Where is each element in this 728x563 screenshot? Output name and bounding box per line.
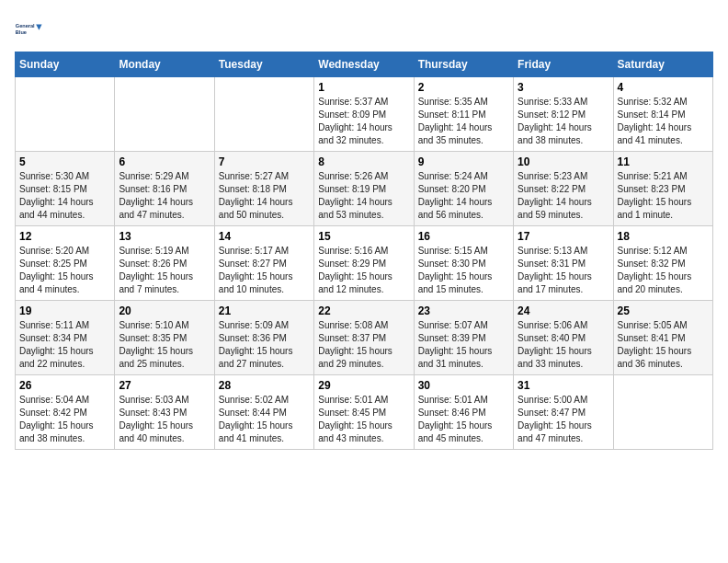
- day-number: 7: [219, 155, 310, 168]
- day-info: Sunrise: 5:10 AMSunset: 8:35 PMDaylight:…: [119, 319, 210, 371]
- calendar-cell: 13Sunrise: 5:19 AMSunset: 8:26 PMDayligh…: [115, 226, 214, 301]
- day-info: Sunrise: 5:00 AMSunset: 8:47 PMDaylight:…: [518, 394, 609, 445]
- day-info: Sunrise: 5:24 AMSunset: 8:20 PMDaylight:…: [418, 170, 509, 222]
- day-info: Sunrise: 5:21 AMSunset: 8:23 PMDaylight:…: [618, 170, 709, 222]
- day-number: 27: [119, 379, 210, 392]
- calendar-cell: 24Sunrise: 5:06 AMSunset: 8:40 PMDayligh…: [514, 301, 613, 375]
- day-number: 2: [418, 81, 509, 94]
- calendar-cell: 23Sunrise: 5:07 AMSunset: 8:39 PMDayligh…: [414, 301, 513, 375]
- calendar-cell: 31Sunrise: 5:00 AMSunset: 8:47 PMDayligh…: [514, 375, 613, 450]
- calendar-week-row: 19Sunrise: 5:11 AMSunset: 8:34 PMDayligh…: [16, 301, 713, 375]
- day-info: Sunrise: 5:17 AMSunset: 8:27 PMDaylight:…: [219, 245, 310, 296]
- day-info: Sunrise: 5:09 AMSunset: 8:36 PMDaylight:…: [219, 319, 310, 371]
- day-info: Sunrise: 5:05 AMSunset: 8:41 PMDaylight:…: [618, 319, 709, 371]
- calendar-cell: 12Sunrise: 5:20 AMSunset: 8:25 PMDayligh…: [16, 226, 115, 301]
- day-info: Sunrise: 5:29 AMSunset: 8:16 PMDaylight:…: [119, 170, 210, 222]
- calendar-week-row: 12Sunrise: 5:20 AMSunset: 8:25 PMDayligh…: [16, 226, 713, 301]
- day-number: 4: [618, 81, 709, 94]
- day-number: 30: [418, 379, 509, 392]
- day-number: 31: [518, 379, 609, 392]
- calendar-cell: 16Sunrise: 5:15 AMSunset: 8:30 PMDayligh…: [414, 226, 513, 301]
- day-number: 5: [19, 155, 110, 168]
- day-number: 10: [518, 155, 609, 168]
- calendar-cell: 6Sunrise: 5:29 AMSunset: 8:16 PMDaylight…: [115, 152, 214, 226]
- day-number: 25: [618, 304, 709, 317]
- day-number: 26: [19, 379, 110, 392]
- day-info: Sunrise: 5:27 AMSunset: 8:18 PMDaylight:…: [219, 170, 310, 222]
- calendar-cell: 26Sunrise: 5:04 AMSunset: 8:42 PMDayligh…: [16, 375, 115, 450]
- day-number: 13: [119, 230, 210, 243]
- day-info: Sunrise: 5:02 AMSunset: 8:44 PMDaylight:…: [219, 394, 310, 445]
- day-number: 22: [318, 304, 409, 317]
- day-number: 24: [518, 304, 609, 317]
- day-info: Sunrise: 5:08 AMSunset: 8:37 PMDaylight:…: [318, 319, 409, 371]
- calendar-cell: 28Sunrise: 5:02 AMSunset: 8:44 PMDayligh…: [214, 375, 313, 450]
- calendar-cell: 27Sunrise: 5:03 AMSunset: 8:43 PMDayligh…: [115, 375, 214, 450]
- calendar-cell: 19Sunrise: 5:11 AMSunset: 8:34 PMDayligh…: [16, 301, 115, 375]
- day-number: 14: [219, 230, 310, 243]
- svg-text:General: General: [16, 23, 35, 29]
- weekday-header: Sunday: [16, 52, 115, 77]
- calendar-cell: 29Sunrise: 5:01 AMSunset: 8:45 PMDayligh…: [314, 375, 414, 450]
- day-number: 19: [19, 304, 110, 317]
- day-number: 1: [318, 81, 409, 94]
- day-info: Sunrise: 5:37 AMSunset: 8:09 PMDaylight:…: [318, 96, 409, 147]
- day-info: Sunrise: 5:07 AMSunset: 8:39 PMDaylight:…: [418, 319, 509, 371]
- weekday-header: Tuesday: [214, 52, 313, 77]
- day-number: 17: [518, 230, 609, 243]
- day-info: Sunrise: 5:15 AMSunset: 8:30 PMDaylight:…: [418, 245, 509, 296]
- calendar-cell: 18Sunrise: 5:12 AMSunset: 8:32 PMDayligh…: [613, 226, 712, 301]
- day-number: 3: [518, 81, 609, 94]
- day-number: 23: [418, 304, 509, 317]
- day-number: 21: [219, 304, 310, 317]
- weekday-header: Friday: [514, 52, 613, 77]
- day-number: 15: [318, 230, 409, 243]
- day-number: 16: [418, 230, 509, 243]
- calendar-cell: 4Sunrise: 5:32 AMSunset: 8:14 PMDaylight…: [613, 77, 712, 152]
- day-info: Sunrise: 5:32 AMSunset: 8:14 PMDaylight:…: [618, 96, 709, 147]
- calendar-cell: 5Sunrise: 5:30 AMSunset: 8:15 PMDaylight…: [16, 152, 115, 226]
- calendar-cell: 25Sunrise: 5:05 AMSunset: 8:41 PMDayligh…: [613, 301, 712, 375]
- day-info: Sunrise: 5:01 AMSunset: 8:45 PMDaylight:…: [318, 394, 409, 445]
- weekday-header-row: SundayMondayTuesdayWednesdayThursdayFrid…: [16, 52, 713, 77]
- day-number: 11: [618, 155, 709, 168]
- day-info: Sunrise: 5:33 AMSunset: 8:12 PMDaylight:…: [518, 96, 609, 147]
- day-info: Sunrise: 5:04 AMSunset: 8:42 PMDaylight:…: [19, 394, 110, 445]
- calendar-cell: 7Sunrise: 5:27 AMSunset: 8:18 PMDaylight…: [214, 152, 313, 226]
- calendar-cell: 15Sunrise: 5:16 AMSunset: 8:29 PMDayligh…: [314, 226, 414, 301]
- calendar-cell: 10Sunrise: 5:23 AMSunset: 8:22 PMDayligh…: [514, 152, 613, 226]
- calendar-cell: 30Sunrise: 5:01 AMSunset: 8:46 PMDayligh…: [414, 375, 513, 450]
- svg-marker-2: [36, 24, 41, 29]
- calendar-cell: [16, 77, 115, 152]
- weekday-header: Wednesday: [314, 52, 414, 77]
- calendar-cell: [613, 375, 712, 450]
- day-number: 29: [318, 379, 409, 392]
- day-number: 18: [618, 230, 709, 243]
- day-number: 28: [219, 379, 310, 392]
- svg-text:Blue: Blue: [16, 29, 27, 35]
- day-info: Sunrise: 5:12 AMSunset: 8:32 PMDaylight:…: [618, 245, 709, 296]
- page-header: GeneralBlue: [15, 15, 713, 44]
- calendar-cell: 11Sunrise: 5:21 AMSunset: 8:23 PMDayligh…: [613, 152, 712, 226]
- day-info: Sunrise: 5:06 AMSunset: 8:40 PMDaylight:…: [518, 319, 609, 371]
- calendar-cell: 21Sunrise: 5:09 AMSunset: 8:36 PMDayligh…: [214, 301, 313, 375]
- day-info: Sunrise: 5:11 AMSunset: 8:34 PMDaylight:…: [19, 319, 110, 371]
- calendar-cell: 8Sunrise: 5:26 AMSunset: 8:19 PMDaylight…: [314, 152, 414, 226]
- day-info: Sunrise: 5:23 AMSunset: 8:22 PMDaylight:…: [518, 170, 609, 222]
- calendar-week-row: 1Sunrise: 5:37 AMSunset: 8:09 PMDaylight…: [16, 77, 713, 152]
- weekday-header: Thursday: [414, 52, 513, 77]
- weekday-header: Saturday: [613, 52, 712, 77]
- calendar-cell: [115, 77, 214, 152]
- day-info: Sunrise: 5:01 AMSunset: 8:46 PMDaylight:…: [418, 394, 509, 445]
- day-number: 6: [119, 155, 210, 168]
- calendar-cell: 9Sunrise: 5:24 AMSunset: 8:20 PMDaylight…: [414, 152, 513, 226]
- calendar-cell: 20Sunrise: 5:10 AMSunset: 8:35 PMDayligh…: [115, 301, 214, 375]
- day-info: Sunrise: 5:26 AMSunset: 8:19 PMDaylight:…: [318, 170, 409, 222]
- day-info: Sunrise: 5:20 AMSunset: 8:25 PMDaylight:…: [19, 245, 110, 296]
- calendar-cell: [214, 77, 313, 152]
- logo-icon: GeneralBlue: [15, 15, 44, 44]
- day-info: Sunrise: 5:16 AMSunset: 8:29 PMDaylight:…: [318, 245, 409, 296]
- calendar-cell: 2Sunrise: 5:35 AMSunset: 8:11 PMDaylight…: [414, 77, 513, 152]
- calendar-cell: 3Sunrise: 5:33 AMSunset: 8:12 PMDaylight…: [514, 77, 613, 152]
- calendar-cell: 22Sunrise: 5:08 AMSunset: 8:37 PMDayligh…: [314, 301, 414, 375]
